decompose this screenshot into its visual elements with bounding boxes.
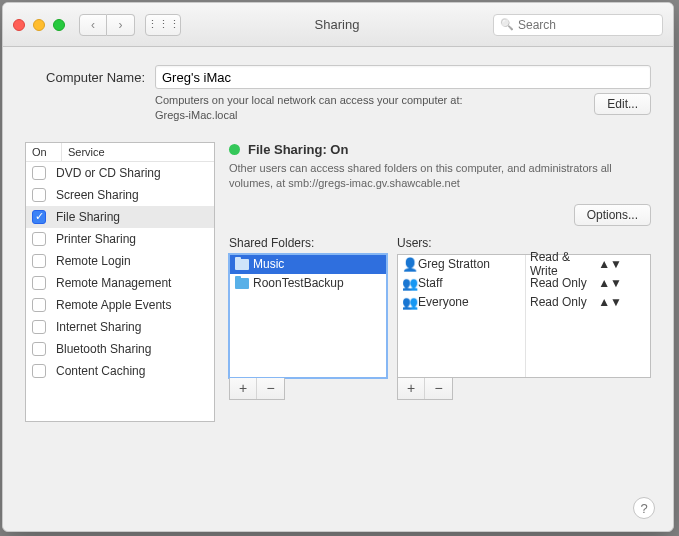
back-button[interactable]: ‹ xyxy=(79,14,107,36)
services-header: On Service xyxy=(26,143,214,162)
status-dot-icon xyxy=(229,144,240,155)
services-header-on: On xyxy=(26,143,62,161)
services-list: On Service DVD or CD SharingScreen Shari… xyxy=(25,142,215,422)
user-icon: 👥 xyxy=(402,276,418,291)
sharing-prefs-window: ‹ › ⋮⋮⋮ Sharing 🔍 Computer Name: Compute… xyxy=(2,2,674,532)
service-item[interactable]: Remote Apple Events xyxy=(26,294,214,316)
computer-name-subrow: Computers on your local network can acce… xyxy=(25,93,651,124)
service-checkbox[interactable] xyxy=(32,276,46,290)
service-item[interactable]: Internet Sharing xyxy=(26,316,214,338)
computer-name-row: Computer Name: xyxy=(25,65,651,89)
service-checkbox[interactable] xyxy=(32,342,46,356)
service-item[interactable]: ✓File Sharing xyxy=(26,206,214,228)
zoom-icon[interactable] xyxy=(53,19,65,31)
user-permission[interactable]: Read Only▲▼ xyxy=(526,293,626,312)
services-list-body[interactable]: DVD or CD SharingScreen Sharing✓File Sha… xyxy=(26,162,214,421)
user-icon: 👥 xyxy=(402,295,418,310)
service-checkbox[interactable] xyxy=(32,364,46,378)
service-label: File Sharing xyxy=(56,210,120,224)
folders-listbar: + − xyxy=(229,378,285,400)
stepper-icon[interactable]: ▲▼ xyxy=(598,276,622,290)
user-permission[interactable]: Read & Write▲▼ xyxy=(526,255,626,274)
service-checkbox[interactable] xyxy=(32,320,46,334)
stepper-icon[interactable]: ▲▼ xyxy=(598,295,622,309)
folders-add-button[interactable]: + xyxy=(230,378,257,399)
titlebar: ‹ › ⋮⋮⋮ Sharing 🔍 xyxy=(3,3,673,47)
user-icon: 👤 xyxy=(402,257,418,272)
search-icon: 🔍 xyxy=(500,18,514,31)
forward-button[interactable]: › xyxy=(107,14,135,36)
permission-label: Read & Write xyxy=(530,250,598,278)
service-label: Internet Sharing xyxy=(56,320,141,334)
service-label: Remote Apple Events xyxy=(56,298,171,312)
service-item[interactable]: Screen Sharing xyxy=(26,184,214,206)
user-item[interactable]: 👥Everyone xyxy=(398,293,525,312)
traffic-lights xyxy=(13,19,65,31)
user-permission[interactable]: Read Only▲▼ xyxy=(526,274,626,293)
folder-icon xyxy=(235,278,249,289)
computer-name-input[interactable] xyxy=(155,65,651,89)
folder-item[interactable]: RoonTestBackup xyxy=(230,274,386,293)
service-checkbox[interactable] xyxy=(32,166,46,180)
folders-list[interactable]: MusicRoonTestBackup xyxy=(229,254,387,378)
users-add-button[interactable]: + xyxy=(398,378,425,399)
permission-label: Read Only xyxy=(530,295,598,309)
search-field[interactable]: 🔍 xyxy=(493,14,663,36)
user-name: Staff xyxy=(418,276,442,290)
folder-item[interactable]: Music xyxy=(230,255,386,274)
service-label: Content Caching xyxy=(56,364,145,378)
service-label: Remote Login xyxy=(56,254,131,268)
service-label: Bluetooth Sharing xyxy=(56,342,151,356)
service-item[interactable]: DVD or CD Sharing xyxy=(26,162,214,184)
status-row: File Sharing: On xyxy=(229,142,651,157)
edit-button[interactable]: Edit... xyxy=(594,93,651,115)
window-title: Sharing xyxy=(191,17,483,32)
right-pane: File Sharing: On Other users can access … xyxy=(229,142,651,517)
service-checkbox[interactable] xyxy=(32,298,46,312)
users-list[interactable]: 👤Greg Stratton👥Staff👥Everyone Read & Wri… xyxy=(397,254,651,378)
permission-label: Read Only xyxy=(530,276,598,290)
service-item[interactable]: Remote Login xyxy=(26,250,214,272)
folders-remove-button[interactable]: − xyxy=(257,378,284,399)
service-item[interactable]: Remote Management xyxy=(26,272,214,294)
nav-buttons: ‹ › xyxy=(79,14,135,36)
folders-users-cols: Shared Folders: MusicRoonTestBackup + − … xyxy=(229,236,651,517)
options-button[interactable]: Options... xyxy=(574,204,651,226)
service-label: DVD or CD Sharing xyxy=(56,166,161,180)
service-checkbox[interactable] xyxy=(32,254,46,268)
folder-label: RoonTestBackup xyxy=(253,276,344,290)
users-title: Users: xyxy=(397,236,651,250)
main-split: On Service DVD or CD SharingScreen Shari… xyxy=(25,142,651,517)
help-button[interactable]: ? xyxy=(633,497,655,519)
service-label: Remote Management xyxy=(56,276,171,290)
minimize-icon[interactable] xyxy=(33,19,45,31)
show-all-button[interactable]: ⋮⋮⋮ xyxy=(145,14,181,36)
folders-col: Shared Folders: MusicRoonTestBackup + − xyxy=(229,236,387,517)
service-item[interactable]: Content Caching xyxy=(26,360,214,382)
close-icon[interactable] xyxy=(13,19,25,31)
service-checkbox[interactable] xyxy=(32,188,46,202)
service-item[interactable]: Bluetooth Sharing xyxy=(26,338,214,360)
computer-name-label: Computer Name: xyxy=(25,70,145,85)
user-name: Everyone xyxy=(418,295,469,309)
content-area: Computer Name: Computers on your local n… xyxy=(3,47,673,531)
services-header-service: Service xyxy=(62,143,111,161)
service-checkbox[interactable] xyxy=(32,232,46,246)
stepper-icon[interactable]: ▲▼ xyxy=(598,257,622,271)
user-item[interactable]: 👤Greg Stratton xyxy=(398,255,525,274)
users-remove-button[interactable]: − xyxy=(425,378,452,399)
search-input[interactable] xyxy=(518,18,656,32)
service-checkbox[interactable]: ✓ xyxy=(32,210,46,224)
folder-icon xyxy=(235,259,249,270)
status-title: File Sharing: On xyxy=(248,142,348,157)
service-item[interactable]: Printer Sharing xyxy=(26,228,214,250)
user-item[interactable]: 👥Staff xyxy=(398,274,525,293)
users-listbar: + − xyxy=(397,378,453,400)
user-name: Greg Stratton xyxy=(418,257,490,271)
folders-title: Shared Folders: xyxy=(229,236,387,250)
service-label: Screen Sharing xyxy=(56,188,139,202)
status-desc: Other users can access shared folders on… xyxy=(229,161,651,192)
users-col: Users: 👤Greg Stratton👥Staff👥Everyone Rea… xyxy=(397,236,651,517)
service-label: Printer Sharing xyxy=(56,232,136,246)
computer-name-subtext: Computers on your local network can acce… xyxy=(155,93,594,124)
